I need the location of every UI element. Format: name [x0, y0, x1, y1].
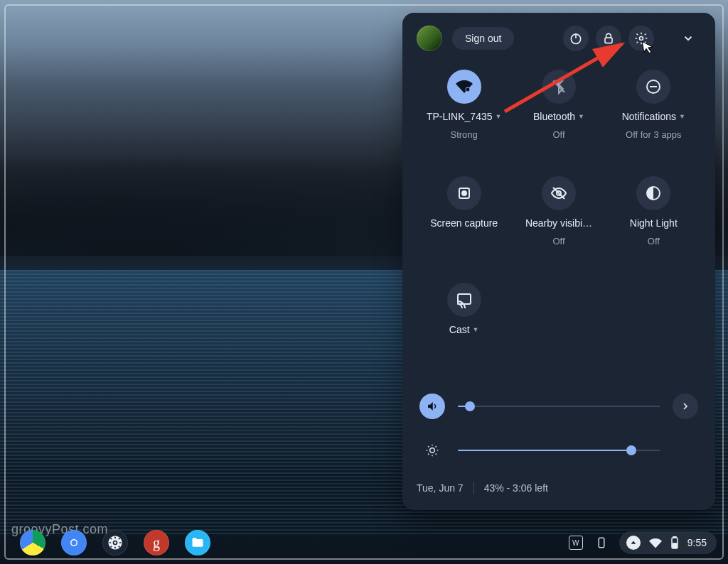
wifi-label-row[interactable]: TP-LINK_7435▼: [427, 111, 502, 122]
svg-rect-22: [673, 537, 676, 538]
night-light-toggle[interactable]: [636, 176, 670, 210]
status-area[interactable]: 9:55: [619, 531, 717, 554]
ime-indicator[interactable]: W: [568, 535, 584, 551]
tile-wifi: TP-LINK_7435▼ Strong: [417, 70, 511, 176]
bluetooth-toggle[interactable]: [542, 70, 576, 104]
collapse-button[interactable]: [675, 26, 701, 51]
shelf: g W 9:55: [6, 527, 722, 558]
chevron-down-icon: ▼: [578, 113, 584, 120]
footer-battery: 43% - 3:06 left: [484, 482, 548, 494]
notifications-label-row[interactable]: Notifications▼: [622, 111, 685, 122]
brightness-button[interactable]: [419, 438, 445, 463]
phone-hub-icon[interactable]: [594, 535, 609, 551]
volume-row: [419, 394, 698, 419]
svg-point-3: [640, 37, 643, 40]
panel-header: Sign out: [417, 26, 701, 51]
volume-slider[interactable]: [458, 406, 660, 407]
brightness-slider[interactable]: [458, 450, 660, 451]
footer-date: Tue, Jun 7: [417, 482, 464, 494]
clock: 9:55: [687, 537, 707, 548]
chevron-right-icon: [680, 401, 691, 412]
wifi-toggle[interactable]: [447, 70, 481, 104]
tile-nearby: Nearby visibi… Off: [511, 176, 606, 283]
notifications-label: Notifications: [622, 111, 676, 122]
svg-point-19: [114, 541, 117, 545]
night-light-label: Night Light: [630, 217, 678, 229]
svg-point-9: [462, 191, 466, 195]
caret-up-icon: [630, 539, 637, 546]
volume-button[interactable]: [419, 394, 445, 419]
shelf-apps: g: [11, 530, 210, 555]
sliders: [417, 394, 701, 463]
brightness-icon: [425, 443, 439, 457]
shelf-status: W 9:55: [568, 531, 717, 554]
avatar[interactable]: [417, 26, 442, 51]
lock-button[interactable]: [596, 26, 621, 51]
svg-point-18: [72, 541, 77, 546]
gear-icon: [634, 31, 648, 45]
tile-screen-capture: Screen capture: [417, 176, 511, 283]
app-g[interactable]: g: [144, 530, 169, 555]
night-light-icon: [645, 185, 662, 202]
ime-label: W: [572, 539, 579, 547]
tile-cast: Cast▼: [417, 283, 511, 389]
bluetooth-off-icon: [550, 78, 567, 95]
panel-footer: Tue, Jun 7 43% - 3:06 left: [417, 479, 701, 494]
wifi-sub: Strong: [451, 129, 478, 140]
quick-tiles: TP-LINK_7435▼ Strong Bluetooth▼ Off Noti…: [417, 70, 701, 389]
screen-capture-label: Screen capture: [430, 217, 498, 229]
volume-icon: [426, 400, 439, 413]
night-light-sub: Off: [648, 236, 660, 246]
notifications-sub: Off for 3 apps: [626, 129, 682, 140]
wifi-icon: [649, 536, 662, 549]
lock-icon: [601, 31, 616, 45]
power-button[interactable]: [563, 26, 589, 51]
cast-button[interactable]: [447, 283, 481, 317]
battery-icon: [670, 536, 679, 549]
nearby-toggle[interactable]: [542, 176, 576, 210]
desktop: groovyPost.com Sign out: [0, 0, 728, 564]
app-files[interactable]: [185, 530, 210, 555]
svg-point-4: [466, 87, 470, 92]
chevron-down-icon: ▼: [473, 326, 479, 333]
tile-bluetooth: Bluetooth▼ Off: [511, 70, 606, 176]
cast-icon: [456, 291, 473, 308]
svg-rect-20: [599, 538, 604, 548]
tile-night-light: Night Light Off: [606, 176, 701, 283]
chrome-icon: [65, 534, 82, 551]
brightness-row: [419, 438, 698, 463]
settings-button[interactable]: [628, 26, 654, 51]
bluetooth-sub: Off: [552, 129, 564, 140]
quick-settings-panel: Sign out TP-LINK_7435▼ Strong: [402, 13, 715, 510]
nearby-sub: Off: [552, 236, 564, 246]
screen-capture-icon: [456, 185, 473, 202]
svg-rect-2: [605, 38, 612, 43]
app-settings[interactable]: [102, 530, 128, 555]
cast-label-row[interactable]: Cast▼: [449, 324, 479, 335]
visibility-off-icon: [550, 185, 567, 202]
cast-label: Cast: [449, 324, 470, 335]
divider: [473, 482, 474, 494]
sign-out-button[interactable]: Sign out: [452, 27, 514, 50]
wifi-icon: [456, 78, 473, 95]
app-drive[interactable]: [20, 530, 46, 555]
svg-rect-23: [673, 543, 677, 548]
bluetooth-label: Bluetooth: [533, 111, 575, 122]
chevron-down-icon: ▼: [679, 113, 685, 120]
svg-rect-13: [458, 294, 471, 304]
screen-capture-button[interactable]: [447, 176, 481, 210]
gear-icon: [108, 536, 122, 550]
nearby-label[interactable]: Nearby visibi…: [525, 217, 592, 229]
folder-icon: [191, 536, 205, 550]
chevron-down-icon: [682, 32, 695, 45]
audio-settings-button[interactable]: [673, 394, 698, 419]
bluetooth-label-row[interactable]: Bluetooth▼: [533, 111, 584, 122]
tile-notifications: Notifications▼ Off for 3 apps: [606, 70, 701, 176]
do-not-disturb-icon: [645, 78, 662, 95]
notification-badge: [626, 536, 641, 550]
wifi-label: TP-LINK_7435: [427, 111, 493, 122]
svg-point-14: [430, 448, 435, 453]
notifications-toggle[interactable]: [636, 70, 670, 104]
app-chrome[interactable]: [61, 530, 87, 555]
power-icon: [569, 31, 583, 45]
